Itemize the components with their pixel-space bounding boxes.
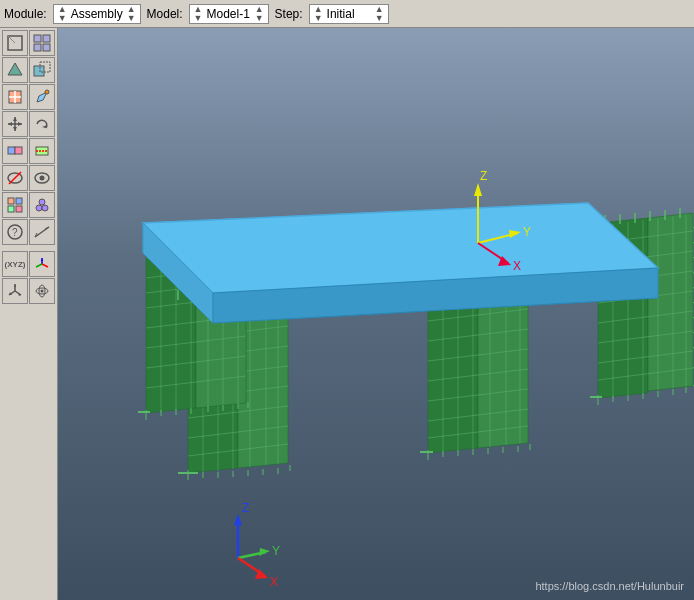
svg-marker-201 — [259, 548, 270, 556]
left-toolbar: ? (XYZ) — [0, 28, 58, 600]
svg-rect-22 — [15, 147, 22, 154]
svg-text:X: X — [270, 575, 278, 589]
module-label: Module: — [4, 7, 47, 21]
svg-point-34 — [36, 205, 42, 211]
svg-rect-3 — [43, 35, 50, 42]
svg-text:Z: Z — [480, 169, 487, 183]
tool-hide[interactable] — [2, 165, 28, 191]
tool-set[interactable] — [2, 192, 28, 218]
svg-point-13 — [45, 90, 49, 94]
tool-merge[interactable] — [2, 138, 28, 164]
svg-line-43 — [42, 264, 48, 267]
svg-rect-31 — [16, 198, 22, 204]
svg-point-29 — [40, 176, 45, 181]
svg-rect-7 — [34, 66, 44, 76]
tool-group[interactable] — [29, 192, 55, 218]
tool-create[interactable] — [2, 84, 28, 110]
scene-svg: Z Y X Z Y — [58, 28, 694, 600]
model-select[interactable]: ▲▼ Model-1 ▲▼ — [189, 4, 269, 24]
tool-rotate3d[interactable] — [29, 278, 55, 304]
module-select[interactable]: ▲▼ Assembly ▲▼ — [53, 4, 141, 24]
svg-line-1 — [8, 36, 15, 43]
svg-rect-21 — [8, 147, 15, 154]
tool-instance[interactable] — [29, 57, 55, 83]
svg-marker-19 — [18, 122, 22, 126]
tool-move3d[interactable] — [2, 278, 28, 304]
viewport[interactable]: Z Y X Z Y — [58, 28, 694, 600]
svg-marker-17 — [13, 127, 17, 131]
tool-xyz-label[interactable]: (XYZ) — [2, 251, 28, 277]
svg-text:Y: Y — [272, 544, 280, 558]
svg-rect-4 — [34, 44, 41, 51]
svg-rect-32 — [8, 206, 14, 212]
svg-point-54 — [41, 290, 44, 293]
tool-query[interactable]: ? — [2, 219, 28, 245]
svg-marker-6 — [8, 63, 22, 75]
tool-select[interactable] — [2, 30, 28, 56]
step-select[interactable]: ▲▼ Initial ▲▼ — [309, 4, 389, 24]
tool-rotate[interactable] — [29, 111, 55, 137]
svg-rect-5 — [43, 44, 50, 51]
svg-point-35 — [42, 205, 48, 211]
svg-text:Y: Y — [523, 225, 531, 239]
tool-show[interactable] — [29, 165, 55, 191]
svg-text:X: X — [513, 259, 521, 273]
tool-multiselect[interactable] — [29, 30, 55, 56]
tool-measure[interactable] — [29, 219, 55, 245]
svg-text:?: ? — [12, 227, 18, 238]
svg-point-36 — [39, 199, 45, 205]
step-value: Initial — [325, 7, 373, 21]
svg-rect-33 — [16, 206, 22, 212]
tool-translate[interactable] — [2, 111, 28, 137]
tool-cut[interactable] — [29, 138, 55, 164]
svg-line-44 — [36, 264, 42, 267]
bottom-axis: Z Y X — [234, 501, 280, 589]
main-area: ? (XYZ) — [0, 28, 694, 600]
svg-rect-30 — [8, 198, 14, 204]
top-toolbar: Module: ▲▼ Assembly ▲▼ Model: ▲▼ Model-1… — [0, 0, 694, 28]
model-value: Model-1 — [205, 7, 253, 21]
model-label: Model: — [147, 7, 183, 21]
svg-marker-16 — [13, 117, 17, 121]
step-label: Step: — [275, 7, 303, 21]
svg-marker-189 — [474, 183, 482, 196]
svg-rect-2 — [34, 35, 41, 42]
svg-marker-18 — [8, 122, 12, 126]
module-value: Assembly — [69, 7, 125, 21]
tool-axis-indicator[interactable] — [29, 251, 55, 277]
tool-part[interactable] — [2, 57, 28, 83]
watermark: https://blog.csdn.net/Hulunbuir — [535, 580, 684, 592]
svg-text:Z: Z — [242, 501, 249, 515]
svg-marker-198 — [234, 514, 242, 525]
tool-edit[interactable] — [29, 84, 55, 110]
